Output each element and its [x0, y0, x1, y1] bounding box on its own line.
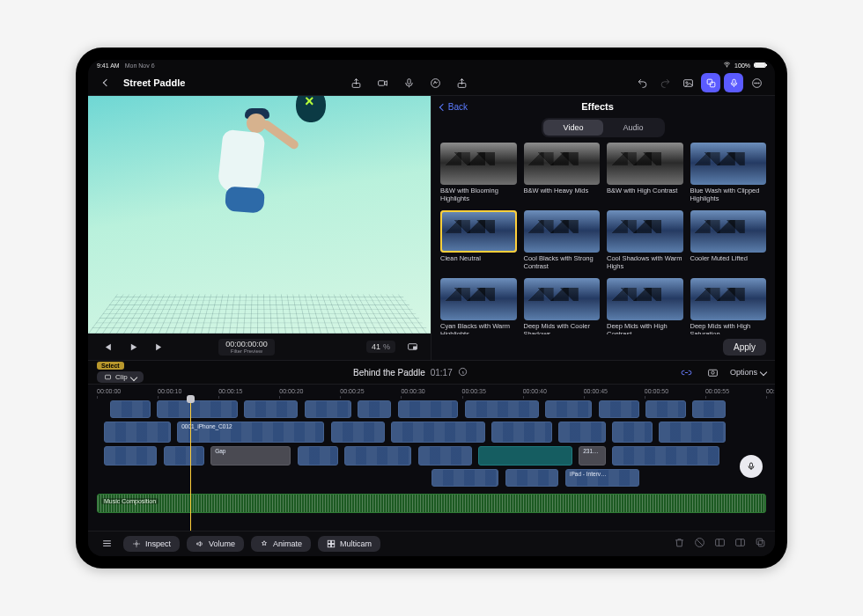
trash-icon[interactable]: [674, 537, 685, 550]
effect-thumb: [440, 278, 517, 321]
layers-icon[interactable]: [701, 73, 720, 92]
svg-point-0: [727, 67, 727, 68]
select-mode-badge[interactable]: Select: [97, 362, 124, 370]
effect-thumb: [524, 278, 601, 321]
share-icon[interactable]: [346, 73, 365, 92]
timeline-clip[interactable]: [244, 400, 298, 418]
effect-cell[interactable]: B&W with Blooming Highlights: [440, 143, 517, 203]
effect-cell[interactable]: Deep Mids with High Contrast: [607, 278, 683, 335]
tab-audio[interactable]: Audio: [603, 120, 663, 136]
clip-menu[interactable]: Clip: [97, 371, 144, 383]
fullscreen-icon[interactable]: [402, 337, 422, 356]
undo-icon[interactable]: [632, 73, 652, 92]
effect-cell[interactable]: Cyan Blacks with Warm Highlights: [440, 278, 517, 335]
multicam-button[interactable]: Multicam: [318, 536, 380, 552]
timeline-clip[interactable]: [104, 446, 158, 466]
effect-cell[interactable]: B&W with High Contrast: [607, 143, 683, 203]
timeline-clip[interactable]: [645, 400, 686, 418]
timeline-clip[interactable]: [298, 446, 338, 466]
timeline-clip[interactable]: [505, 469, 559, 487]
photo-icon[interactable]: [678, 73, 697, 92]
play-button[interactable]: [123, 337, 143, 356]
timeline-clip[interactable]: Gap: [210, 446, 291, 466]
tab-video[interactable]: Video: [543, 120, 603, 136]
record-voiceover-fab[interactable]: [740, 455, 763, 478]
zoom-unit: %: [383, 342, 390, 351]
timeline-clip[interactable]: [558, 422, 605, 443]
project-title[interactable]: Street Paddle: [123, 77, 185, 88]
timecode-display[interactable]: 00:00:00:00 Filter Preview: [218, 339, 275, 356]
timeline-clip[interactable]: [478, 446, 572, 466]
timeline-clip[interactable]: [612, 422, 653, 443]
effect-cell[interactable]: Deep Mids with High Saturation: [690, 278, 767, 335]
draw-icon[interactable]: [425, 73, 445, 92]
effect-cell[interactable]: Cool Blacks with Strong Contrast: [524, 210, 601, 271]
split-left-icon[interactable]: [714, 537, 726, 550]
timeline-clip[interactable]: 0001_iPhone_C012: [177, 422, 324, 443]
next-frame-button[interactable]: [150, 337, 169, 356]
timeline-clip[interactable]: [599, 400, 639, 418]
timeline-clip[interactable]: [391, 422, 484, 443]
more-icon[interactable]: [747, 73, 766, 92]
audio-clip[interactable]: Music Composition: [97, 494, 766, 513]
timeline-clip[interactable]: [110, 400, 151, 418]
effect-cell[interactable]: Cool Shadows with Warm Highs: [607, 210, 683, 271]
volume-label: Volume: [209, 539, 235, 548]
effects-panel: Back Effects Video Audio B&W with Bloomi…: [432, 96, 775, 361]
timeline-clip[interactable]: 231…: [579, 446, 605, 466]
effects-back-button[interactable]: Back: [440, 102, 468, 112]
timeline-clip[interactable]: [491, 422, 551, 443]
timeline-clip[interactable]: [331, 422, 385, 443]
timeline-clip[interactable]: [692, 400, 726, 418]
effect-cell[interactable]: Clean Neutral: [440, 210, 517, 271]
animate-button[interactable]: Animate: [251, 536, 311, 552]
back-button[interactable]: [97, 73, 116, 92]
voiceover-icon[interactable]: [724, 73, 743, 92]
zoom-control[interactable]: 41 %: [366, 341, 395, 353]
timeline-clip[interactable]: [418, 446, 472, 466]
timeline-clip[interactable]: [465, 400, 539, 418]
timeline-clip[interactable]: [398, 400, 458, 418]
timeline-clip[interactable]: [432, 469, 498, 487]
timeline-clip[interactable]: [358, 400, 391, 418]
ruler-mark: 00:00:15: [218, 388, 242, 394]
timeline-clip[interactable]: [612, 446, 719, 466]
apply-button[interactable]: Apply: [723, 339, 766, 356]
timeline-clip[interactable]: [344, 446, 411, 466]
inspect-button[interactable]: Inspect: [123, 536, 180, 552]
options-menu[interactable]: Options: [730, 368, 766, 377]
info-icon[interactable]: [458, 367, 468, 378]
timeline-clip[interactable]: [545, 400, 592, 418]
viewer-viewport[interactable]: [88, 96, 431, 334]
redo-icon[interactable]: [655, 73, 675, 92]
effect-cell[interactable]: Blue Wash with Clipped Highlights: [690, 143, 767, 203]
effect-label: Blue Wash with Clipped Highlights: [690, 187, 767, 202]
timeline-clip[interactable]: [104, 422, 171, 443]
duplicate-icon[interactable]: [755, 537, 766, 550]
split-right-icon[interactable]: [734, 537, 746, 550]
svg-rect-23: [328, 540, 330, 543]
snapshot-icon[interactable]: [704, 363, 723, 382]
timeline-tracks[interactable]: 0001_iPhone_C012Gap231…iPad - Interv…Mus…: [97, 399, 766, 531]
export-icon[interactable]: [452, 73, 471, 92]
timeline-clip[interactable]: iPad - Interv…: [565, 469, 639, 487]
effect-cell[interactable]: Cooler Muted Lifted: [690, 210, 767, 271]
timeline-clip[interactable]: [157, 400, 237, 418]
timeline-clip[interactable]: [305, 400, 351, 418]
timeline-clip[interactable]: [164, 446, 204, 466]
effect-label: Deep Mids with High Saturation: [690, 323, 767, 334]
battery-icon: [754, 62, 766, 68]
timeline[interactable]: 00:00:0000:00:1000:00:1500:00:2000:00:25…: [88, 384, 775, 531]
link-icon[interactable]: [677, 363, 697, 382]
menu-icon[interactable]: [97, 534, 116, 554]
effects-grid: B&W with Blooming HighlightsB&W with Hea…: [432, 143, 775, 335]
camera-icon[interactable]: [372, 73, 392, 92]
volume-button[interactable]: Volume: [187, 536, 244, 552]
effect-cell[interactable]: Deep Mids with Cooler Shadows: [524, 278, 601, 335]
mic-icon[interactable]: [399, 73, 418, 92]
playhead[interactable]: [190, 399, 191, 531]
disable-icon[interactable]: [694, 537, 705, 550]
prev-frame-button[interactable]: [97, 337, 116, 356]
effect-cell[interactable]: B&W with Heavy Mids: [524, 143, 601, 203]
timeline-clip[interactable]: [659, 422, 726, 443]
